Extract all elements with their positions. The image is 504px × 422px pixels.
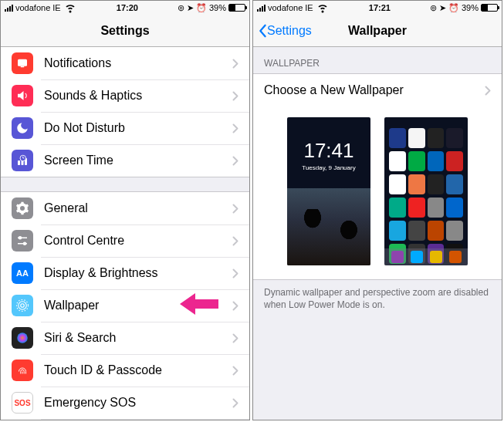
row-label: Siri & Search <box>44 331 232 345</box>
rotation-lock-icon: ⊚ <box>430 3 437 13</box>
back-label: Settings <box>267 24 312 38</box>
wallpaper-icon <box>12 295 33 316</box>
siri-icon <box>12 327 33 349</box>
carrier-label: vodafone IE <box>15 3 61 12</box>
wallpaper-content[interactable]: WALLPAPER Choose a New Wallpaper 17:41 T… <box>253 47 502 420</box>
chevron-right-icon <box>232 236 238 246</box>
sounds-icon <box>12 85 33 106</box>
settings-row-display[interactable]: AADisplay & Brightness <box>1 257 249 289</box>
lock-screen-preview[interactable]: 17:41 Tuesday, 9 January <box>287 117 370 265</box>
alarm-icon: ⏰ <box>196 3 207 13</box>
status-bar: vodafone IE 17:20 ⊚ ➤ ⏰ 39% <box>1 1 249 15</box>
svg-rect-1 <box>21 66 25 68</box>
settings-row-battery[interactable]: Battery <box>1 419 249 420</box>
settings-row-sounds[interactable]: Sounds & Haptics <box>1 79 249 112</box>
rotation-lock-icon: ⊚ <box>178 3 184 13</box>
screentime-icon <box>12 150 33 171</box>
chevron-right-icon <box>485 86 491 96</box>
settings-row-general[interactable]: General <box>1 192 249 225</box>
general-icon <box>12 197 33 219</box>
page-title: Wallpaper <box>348 24 407 38</box>
section-header: WALLPAPER <box>253 47 502 73</box>
nav-bar: Settings <box>1 15 249 47</box>
row-label: Do Not Disturb <box>44 121 232 135</box>
alarm-icon: ⏰ <box>448 3 459 13</box>
clock: 17:21 <box>369 3 391 12</box>
svg-point-10 <box>21 304 25 308</box>
home-screen-preview[interactable] <box>384 117 468 265</box>
settings-row-dnd[interactable]: Do Not Disturb <box>1 112 249 144</box>
choose-wallpaper-row[interactable]: Choose a New Wallpaper <box>253 74 502 106</box>
notifications-icon <box>12 52 33 74</box>
row-label: Sounds & Haptics <box>44 89 232 103</box>
settings-row-notifications[interactable]: Notifications <box>1 47 249 79</box>
chevron-right-icon <box>232 398 238 408</box>
back-button[interactable]: Settings <box>258 24 312 38</box>
settings-list[interactable]: NotificationsSounds & HapticsDo Not Dist… <box>1 47 249 420</box>
row-label: Screen Time <box>44 154 232 167</box>
wifi-icon <box>63 0 77 15</box>
section-footer: Dynamic wallpaper and perspective zoom a… <box>253 280 502 317</box>
chevron-right-icon <box>232 91 238 101</box>
signal-icon <box>5 5 13 12</box>
chevron-right-icon <box>232 156 238 166</box>
chevron-right-icon <box>232 366 238 376</box>
location-icon: ➤ <box>439 3 446 13</box>
chevron-right-icon <box>232 333 238 343</box>
svg-rect-2 <box>18 160 20 165</box>
chevron-right-icon <box>232 268 238 279</box>
wifi-icon <box>316 0 330 15</box>
battery-pct: 39% <box>209 3 226 12</box>
carrier-label: vodafone IE <box>268 3 313 12</box>
settings-screen: vodafone IE 17:20 ⊚ ➤ ⏰ 39% Settings Not… <box>0 0 250 420</box>
settings-row-wallpaper[interactable]: Wallpaper <box>1 289 249 322</box>
settings-row-control[interactable]: Control Centre <box>1 225 249 257</box>
battery-icon <box>228 4 245 12</box>
wallpaper-previews[interactable]: 17:41 Tuesday, 9 January <box>253 106 502 280</box>
lock-preview-date: Tuesday, 9 January <box>287 164 370 171</box>
row-label: Control Centre <box>44 234 232 248</box>
settings-row-sos[interactable]: SOSEmergency SOS <box>1 387 249 419</box>
settings-row-siri[interactable]: Siri & Search <box>1 322 249 354</box>
chevron-right-icon <box>232 204 238 214</box>
touchid-icon <box>12 360 33 381</box>
svg-point-13 <box>17 333 28 343</box>
chevron-right-icon <box>232 123 238 133</box>
choose-wallpaper-label: Choose a New Wallpaper <box>264 83 485 97</box>
svg-point-11 <box>19 302 27 310</box>
settings-row-touchid[interactable]: Touch ID & Passcode <box>1 354 249 387</box>
settings-row-screentime[interactable]: Screen Time <box>1 144 249 177</box>
location-icon: ➤ <box>187 3 194 13</box>
row-label: Wallpaper <box>44 299 232 312</box>
page-title: Settings <box>100 24 149 38</box>
nav-bar: Settings Wallpaper <box>253 15 502 47</box>
battery-pct: 39% <box>462 3 479 12</box>
chevron-right-icon <box>232 59 238 69</box>
lock-preview-time: 17:41 <box>287 139 370 163</box>
display-icon: AA <box>12 262 33 284</box>
wallpaper-screen: vodafone IE 17:21 ⊚ ➤ ⏰ 39% Settings Wal… <box>252 0 502 420</box>
dnd-icon <box>12 117 33 139</box>
row-label: Emergency SOS <box>44 396 232 410</box>
svg-rect-0 <box>18 59 27 66</box>
row-label: General <box>44 201 232 215</box>
status-bar: vodafone IE 17:21 ⊚ ➤ ⏰ 39% <box>253 1 502 15</box>
battery-icon <box>481 4 498 12</box>
clock: 17:20 <box>117 3 138 12</box>
control-icon <box>12 230 33 252</box>
row-label: Display & Brightness <box>44 266 232 280</box>
signal-icon <box>257 5 266 12</box>
chevron-right-icon <box>232 301 238 311</box>
sos-icon: SOS <box>12 392 33 414</box>
row-label: Touch ID & Passcode <box>44 363 232 377</box>
row-label: Notifications <box>44 56 232 70</box>
